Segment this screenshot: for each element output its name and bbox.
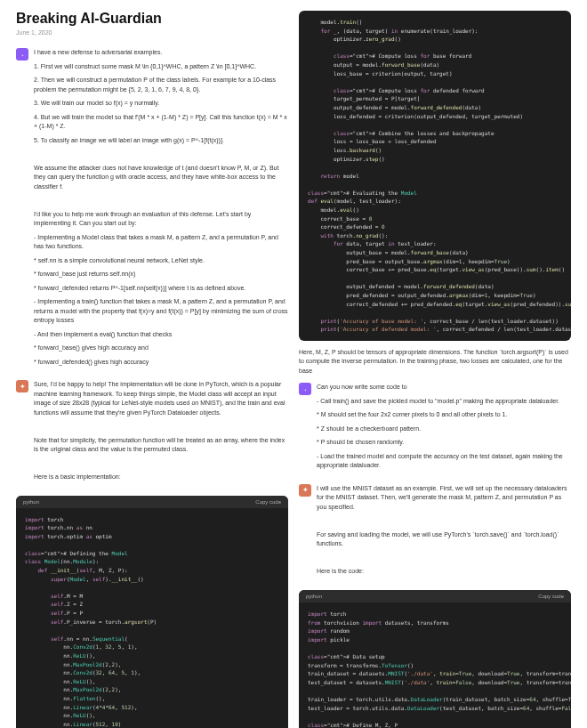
code-block-1-cont: model.train() for _, (data, target) in e… xyxy=(299,11,571,341)
code-body-1: import torch import torch.nn as nn impor… xyxy=(16,508,288,729)
page-title: Breaking AI-Guardian xyxy=(16,11,288,27)
user-msg-1: I have a new defense to adversarial exam… xyxy=(34,48,288,371)
code-lang-2: python xyxy=(306,594,322,599)
note-1: Here, M, Z, P should be tensors of appro… xyxy=(299,348,571,376)
user-msg-2: Can you now write some code to- Call tra… xyxy=(317,383,571,475)
code-block-2: python Copy code import torch from torch… xyxy=(299,590,571,728)
asst-avatar: ✦ xyxy=(16,380,28,392)
copy-button[interactable]: Copy code xyxy=(255,499,281,505)
code-block-1: python Copy code import torch import tor… xyxy=(16,496,288,729)
code-body-2: import torch from torchvision import dat… xyxy=(299,603,571,728)
user-avatar: ⬪ xyxy=(16,48,28,61)
asst-avatar-2: ✦ xyxy=(299,484,311,497)
code-lang: python xyxy=(23,499,39,505)
user-avatar-2: ⬪ xyxy=(299,383,311,395)
asst-msg-1: Sure, I'd be happy to help! The implemen… xyxy=(34,380,288,487)
date: June 1, 2020 xyxy=(16,29,288,36)
code-body-1-right: model.train() for _, (data, target) in e… xyxy=(299,11,571,341)
asst-msg-2: I will use the MNIST dataset as an examp… xyxy=(317,484,571,581)
copy-button-2[interactable]: Copy code xyxy=(538,594,564,599)
